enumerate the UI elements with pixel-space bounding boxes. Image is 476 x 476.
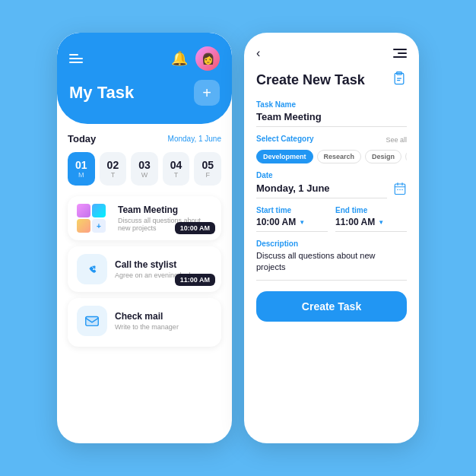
start-time-value-row: 10:00 AM ▼ — [256, 217, 328, 232]
avatar-3 — [77, 219, 90, 233]
date-row: Today Monday, 1 June — [68, 133, 221, 144]
date-value-row: Monday, 1 June — [256, 182, 407, 198]
task-time: 10:00 AM — [175, 222, 215, 234]
phone-icon — [77, 254, 107, 284]
task-title: Check mail — [115, 311, 212, 322]
calendar-icon[interactable] — [393, 182, 407, 198]
menu-icon[interactable] — [393, 49, 407, 58]
day-num: 01 — [75, 159, 87, 171]
category-chip-development[interactable]: Development — [256, 150, 313, 163]
add-task-button[interactable]: + — [194, 80, 220, 106]
create-task-button[interactable]: Create Task — [256, 291, 407, 322]
my-task-label: My Task — [69, 83, 134, 103]
task-name-label: Task Name — [256, 100, 407, 109]
description-section: Description Discuss all questions about … — [256, 240, 407, 281]
date-section: Date Monday, 1 June — [256, 171, 407, 198]
task-card-team-meeting[interactable]: + Team Meeting Discuss all questions abo… — [68, 196, 221, 240]
end-time-chevron[interactable]: ▼ — [378, 219, 384, 226]
svg-point-6 — [397, 189, 398, 191]
task-name-section: Task Name Team Meeting — [256, 100, 407, 127]
task-title: Call the stylist — [115, 259, 212, 270]
day-num: 05 — [202, 159, 214, 171]
date-chip-01[interactable]: 01 M — [68, 152, 95, 186]
svg-point-7 — [399, 189, 401, 191]
end-time-label: End time — [335, 206, 407, 214]
my-task-title-row: My Task + — [69, 80, 220, 106]
mail-icon — [77, 306, 107, 336]
category-label-row: Select Category See all — [256, 135, 407, 145]
date-chips: 01 M 02 T 03 W 04 T 05 F — [68, 152, 221, 186]
category-chips: Development Research Design Backend — [256, 150, 407, 163]
description-value[interactable]: Discuss all questions about new projects — [256, 250, 407, 281]
end-time-value[interactable]: 11:00 AM — [335, 217, 375, 227]
avatar-1 — [77, 204, 90, 217]
day-letter: T — [111, 171, 116, 179]
user-avatar[interactable]: 👩 — [195, 46, 220, 71]
hamburger-icon[interactable] — [69, 54, 83, 63]
right-phone: ‹ Create New Task Task Name Team Meeting… — [244, 33, 419, 443]
avatar-2 — [92, 204, 106, 217]
end-time-section: End time 11:00 AM ▼ — [335, 206, 407, 232]
task-time: 11:00 AM — [175, 274, 215, 286]
task-title: Team Meeting — [118, 205, 212, 215]
date-chip-04[interactable]: 04 T — [163, 152, 190, 186]
start-time-value[interactable]: 10:00 AM — [256, 217, 296, 227]
app-container: 🔔 👩 My Task + Today Monday, 1 June 01 M — [42, 17, 434, 459]
date-label: Date — [256, 171, 407, 179]
date-chip-05[interactable]: 05 F — [194, 152, 221, 186]
category-label: Select Category — [256, 135, 314, 143]
task-card-call-stylist[interactable]: Call the stylist Agree on an evening loo… — [68, 246, 221, 292]
see-all-link[interactable]: See all — [386, 136, 407, 144]
left-topbar: 🔔 👩 — [69, 46, 220, 71]
date-value[interactable]: Monday, 1 June — [256, 182, 387, 198]
task-name-value[interactable]: Team Meeting — [256, 111, 407, 127]
left-phone: 🔔 👩 My Task + Today Monday, 1 June 01 M — [57, 33, 232, 443]
start-time-label: Start time — [256, 206, 328, 214]
start-time-section: Start time 10:00 AM ▼ — [256, 206, 328, 232]
task-card-check-mail[interactable]: Check mail Write to the manager — [68, 298, 221, 347]
back-button[interactable]: ‹ — [256, 46, 260, 60]
day-num: 04 — [170, 159, 182, 171]
category-chip-research[interactable]: Research — [317, 150, 362, 163]
start-time-chevron[interactable]: ▼ — [299, 219, 305, 226]
left-phone-header: 🔔 👩 My Task + — [57, 33, 232, 124]
day-num: 02 — [107, 159, 119, 171]
avatar-plus: + — [92, 219, 106, 233]
date-chip-02[interactable]: 02 T — [100, 152, 127, 186]
task-desc: Write to the manager — [115, 323, 212, 331]
description-label: Description — [256, 240, 407, 248]
page-title: Create New Task — [256, 72, 365, 88]
category-chip-design[interactable]: Design — [365, 150, 401, 163]
day-letter: F — [205, 171, 210, 179]
left-phone-body: Today Monday, 1 June 01 M 02 T 03 W 04 — [57, 124, 232, 356]
svg-rect-1 — [86, 317, 99, 326]
today-label: Today — [68, 133, 96, 144]
day-num: 03 — [138, 159, 151, 171]
date-chip-03[interactable]: 03 W — [131, 152, 158, 186]
task-avatars: + — [77, 204, 110, 233]
page-title-row: Create New Task — [256, 71, 407, 90]
day-letter: T — [174, 171, 179, 179]
category-section: Select Category See all Development Rese… — [256, 135, 407, 163]
category-chip-backend[interactable]: Backend — [405, 150, 407, 163]
task-card-info: Check mail Write to the manager — [115, 311, 212, 331]
end-time-value-row: 11:00 AM ▼ — [335, 217, 407, 232]
task-list: + Team Meeting Discuss all questions abo… — [68, 196, 221, 347]
day-letter: W — [141, 171, 148, 179]
date-label: Monday, 1 June — [168, 135, 221, 143]
bell-icon[interactable]: 🔔 — [171, 50, 188, 67]
clipboard-icon — [392, 71, 407, 90]
time-row: Start time 10:00 AM ▼ End time 11:00 AM … — [256, 206, 407, 232]
day-letter: M — [78, 171, 84, 179]
svg-point-8 — [401, 189, 403, 191]
right-topbar: ‹ — [256, 46, 407, 60]
